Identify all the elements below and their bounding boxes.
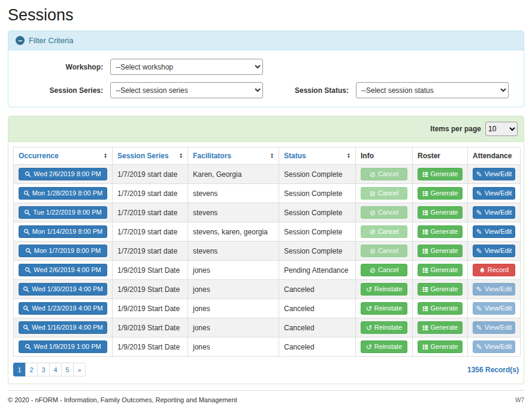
status-cell: Canceled [279,318,356,337]
generate-button[interactable]: Generate [418,168,463,180]
generate-button[interactable]: Generate [418,264,463,276]
roster-icon [422,325,428,331]
generate-button[interactable]: Generate [418,321,463,334]
occurrence-button[interactable]: Wed 1/9/2019 1:00 PM [19,340,107,353]
sort-icon[interactable]: ▲▼ [104,153,107,159]
roster-cell: Generate [413,242,468,261]
reinstate-button-label: Reinstate [374,343,402,350]
reinstate-button[interactable]: ↺Reinstate [361,283,407,296]
generate-button[interactable]: Generate [418,340,463,353]
collapse-minus-icon[interactable]: − [16,36,25,45]
items-per-page-select[interactable]: 10 [485,122,518,136]
info-cell: ⊘Cancel [356,242,413,261]
sort-icon[interactable]: ▲▼ [179,153,183,159]
workshop-select[interactable]: --Select workshop [110,59,263,75]
occurrence-cell: Wed 1/9/2019 1:00 PM [14,337,113,357]
roster-cell: Generate [413,299,468,318]
occurrence-cell: Wed 2/6/2019 4:00 PM [14,261,113,280]
roster-icon [422,210,428,216]
table-row: Mon 1/14/2019 8:00 PM1/7/2019 start date… [14,222,521,242]
occurrence-cell: Wed 1/30/2019 4:00 PM [14,280,113,299]
session-status-select[interactable]: --Select session status [356,82,509,98]
view-edit-button-label: View/Edit [485,248,512,254]
attendance-cell: ✎View/Edit [468,165,521,184]
footer-copyright: © 2020 - nFORM - Information, Family Out… [8,396,237,403]
page-button-2[interactable]: 2 [25,363,38,376]
occurrence-button[interactable]: Mon 1/28/2019 8:00 PM [19,187,107,200]
results-table-area: Occurrence▲▼Session Series▲▼Facilitators… [8,142,524,384]
generate-button-label: Generate [431,190,458,197]
search-icon [24,209,31,216]
view-edit-button[interactable]: ✎View/Edit [473,245,515,257]
view-edit-button[interactable]: ✎View/Edit [473,168,515,180]
occurrence-button[interactable]: Wed 1/16/2019 4:00 PM [19,321,107,334]
occurrence-button-label: Mon 1/7/2019 8:00 PM [34,248,101,254]
status-cell: Canceled [279,337,356,357]
generate-button-label: Generate [431,171,458,177]
column-label: Facilitators [193,152,231,160]
sort-icon[interactable]: ▲▼ [270,153,274,159]
cancel-button: ⊘Cancel [361,245,407,257]
reinstate-icon: ↺ [366,324,372,331]
reinstate-button-label: Reinstate [374,305,402,312]
reinstate-button[interactable]: ↺Reinstate [361,321,407,334]
column-header-status[interactable]: Status▲▼ [279,147,356,165]
roster-cell: Generate [413,222,468,242]
record-button[interactable]: Record [473,264,515,276]
session-series-cell: 1/7/2019 start date [113,165,188,184]
generate-button[interactable]: Generate [418,225,463,238]
generate-button[interactable]: Generate [418,206,463,219]
occurrence-button[interactable]: Tue 1/22/2019 8:00 PM [19,206,107,219]
session-series-cell: 1/9/2019 Start Date [113,299,188,318]
generate-button-label: Generate [431,209,458,216]
pencil-icon: ✎ [476,228,482,236]
occurrence-button[interactable]: Mon 1/7/2019 8:00 PM [19,245,107,257]
view-edit-button: ✎View/Edit [473,302,515,315]
reinstate-button-label: Reinstate [374,286,402,293]
ban-icon: ⊘ [370,267,376,274]
column-header-occurrence[interactable]: Occurrence▲▼ [14,147,113,165]
generate-button[interactable]: Generate [418,245,463,257]
occurrence-button[interactable]: Wed 2/6/2019 8:00 PM [19,168,107,180]
filter-panel-header[interactable]: − Filter Criteria [8,31,524,50]
next-page-button[interactable]: » [73,363,86,376]
column-header-facilitators[interactable]: Facilitators▲▼ [188,147,279,165]
reinstate-button[interactable]: ↺Reinstate [361,340,407,353]
page-button-1[interactable]: 1 [13,363,26,376]
sort-icon[interactable]: ▲▼ [347,153,350,159]
view-edit-button[interactable]: ✎View/Edit [473,187,515,200]
page-button-3[interactable]: 3 [37,363,50,376]
workshop-field: Workshop: --Select workshop [16,59,266,75]
generate-button[interactable]: Generate [418,283,463,296]
pencil-icon: ✎ [476,190,482,197]
page-button-5[interactable]: 5 [61,363,74,376]
attendance-cell: ✎View/Edit [468,242,521,261]
table-row: Wed 1/9/2019 1:00 PM1/9/2019 Start Datej… [14,337,521,357]
facilitators-cell: stevens [188,203,279,222]
generate-button[interactable]: Generate [418,302,463,315]
occurrence-button[interactable]: Wed 1/30/2019 4:00 PM [19,283,107,296]
view-edit-button[interactable]: ✎View/Edit [473,225,515,238]
occurrence-button[interactable]: Mon 1/14/2019 8:00 PM [19,225,107,238]
view-edit-button[interactable]: ✎View/Edit [473,206,515,219]
roster-icon [422,229,428,235]
session-series-select[interactable]: --Select session series [110,82,263,98]
session-series-cell: 1/9/2019 Start Date [113,318,188,337]
table-row: Mon 1/28/2019 8:00 PM1/7/2019 start date… [14,184,521,203]
occurrence-button[interactable]: Wed 2/6/2019 4:00 PM [19,264,107,276]
filter-panel: − Filter Criteria Workshop: --Select wor… [8,31,524,107]
generate-button[interactable]: Generate [418,187,463,200]
cancel-button: ⊘Cancel [361,187,407,200]
column-header-session-series[interactable]: Session Series▲▼ [113,147,188,165]
table-row: Wed 2/6/2019 8:00 PM1/7/2019 start dateK… [14,165,521,184]
occurrence-button[interactable]: Wed 1/23/2019 4:00 PM [19,302,107,315]
cancel-button[interactable]: ⊘Cancel [361,264,407,276]
search-icon [25,267,31,273]
status-cell: Session Complete [279,184,356,203]
table-row: Wed 1/23/2019 4:00 PM1/9/2019 Start Date… [14,299,521,318]
facilitators-cell: stevens [188,184,279,203]
page-button-4[interactable]: 4 [49,363,62,376]
workshop-label: Workshop: [16,63,110,71]
reinstate-button[interactable]: ↺Reinstate [361,302,407,315]
search-icon [23,228,30,235]
